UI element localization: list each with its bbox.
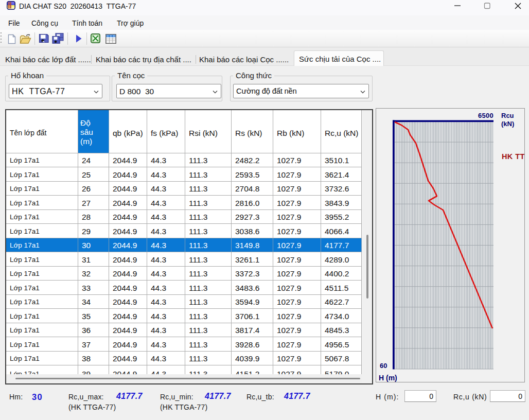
svg-text:H (m): H (m) bbox=[379, 374, 397, 382]
svg-text:60: 60 bbox=[380, 362, 387, 370]
svg-text:HK TT: HK TT bbox=[502, 152, 524, 161]
svg-text:Rcu: Rcu bbox=[501, 112, 514, 119]
svg-text:(kN): (kN) bbox=[501, 120, 514, 128]
svg-text:6500: 6500 bbox=[478, 112, 493, 119]
